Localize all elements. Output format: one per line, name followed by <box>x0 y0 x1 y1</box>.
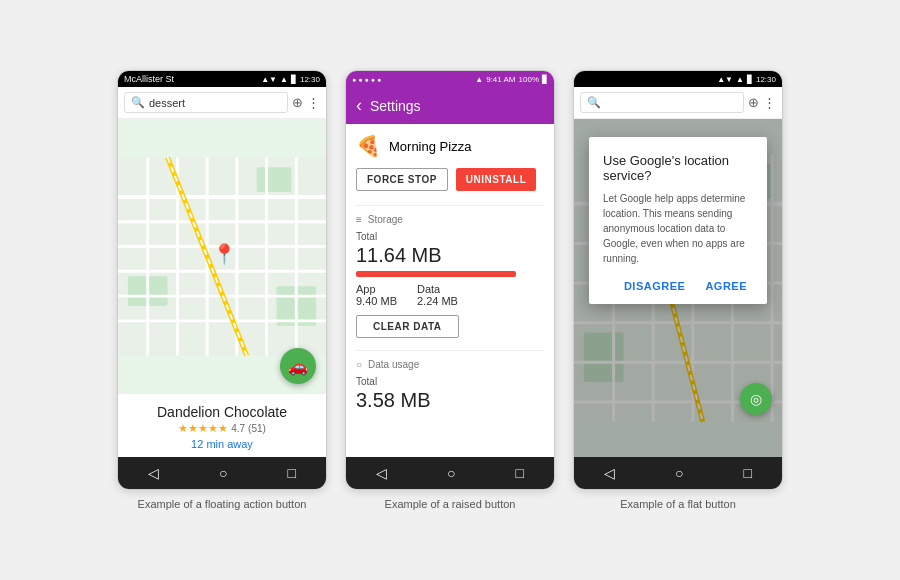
home-nav-btn[interactable]: ○ <box>219 465 227 481</box>
phone3-caption: Example of a flat button <box>620 498 736 510</box>
phone3-map: Use Google's location service? Let Googl… <box>574 119 782 457</box>
storage-header: ≡ Storage <box>356 214 544 225</box>
storage-detail: App 9.40 MB Data 2.24 MB <box>356 283 544 307</box>
phone3-status-icons: ▲▼ ▲ ▊ 12:30 <box>717 75 776 84</box>
dialog-body: Let Google help apps determine location.… <box>603 191 753 266</box>
signal-icon: ▲▼ <box>261 75 277 84</box>
phone2-time: 9:41 AM <box>486 75 515 84</box>
carrier-text: McAllister St <box>124 74 174 84</box>
phone1-search-bar: 🔍 dessert ⊕ ⋮ <box>118 87 326 119</box>
recents-nav-btn-2[interactable]: □ <box>516 465 524 481</box>
svg-text:📍: 📍 <box>212 242 237 266</box>
uninstall-button[interactable]: UNINSTALL <box>456 168 536 191</box>
search-box[interactable]: 🔍 dessert <box>124 92 288 113</box>
clear-data-button[interactable]: CLEAR DATA <box>356 315 459 338</box>
back-nav-btn[interactable]: ◁ <box>148 465 159 481</box>
data-usage-header: ○ Data usage <box>356 359 544 370</box>
phone1: McAllister St ▲▼ ▲ ▊ 12:30 🔍 dessert ⊕ ⋮ <box>117 70 327 490</box>
phone3-more-icon[interactable]: ⋮ <box>763 95 776 110</box>
phone3: ▲▼ ▲ ▊ 12:30 🔍 ⊕ ⋮ <box>573 70 783 490</box>
nav-bar-2: ◁ ○ □ <box>346 457 554 489</box>
total-label: Total <box>356 231 544 242</box>
data-usage-icon: ○ <box>356 359 362 370</box>
settings-body: 🍕 Morning Pizza FORCE STOP UNINSTALL ≡ S… <box>346 124 554 457</box>
phone3-time: 12:30 <box>756 75 776 84</box>
phone3-signal-icon: ▲▼ <box>717 75 733 84</box>
phone2-wifi-icon: ▲ <box>475 75 483 84</box>
location-icon: ⊕ <box>292 95 303 110</box>
place-info: Dandelion Chocolate ★★★★★ 4.7 (51) 12 mi… <box>118 394 326 457</box>
phone3-status-bar: ▲▼ ▲ ▊ 12:30 <box>574 71 782 87</box>
place-name: Dandelion Chocolate <box>128 404 316 420</box>
phone3-fab-button[interactable]: ◎ <box>740 383 772 415</box>
search-icon: 🔍 <box>131 96 145 109</box>
stars-display: ★★★★★ 4.7 (51) <box>128 422 316 435</box>
storage-bar <box>356 271 516 277</box>
app-name: Morning Pizza <box>389 139 471 154</box>
total-storage-value: 11.64 MB <box>356 244 544 267</box>
wifi-icon: ▲ <box>280 75 288 84</box>
dialog-title: Use Google's location service? <box>603 153 753 183</box>
data-storage: Data 2.24 MB <box>417 283 458 307</box>
action-buttons: FORCE STOP UNINSTALL <box>356 168 544 191</box>
settings-title: Settings <box>370 98 421 114</box>
rating-value: 4.7 <box>231 423 245 434</box>
time-display: 12:30 <box>300 75 320 84</box>
app-value: 9.40 MB <box>356 295 397 307</box>
battery-icon: ▊ <box>291 75 297 84</box>
data-label: Data <box>417 283 458 295</box>
home-nav-btn-3[interactable]: ○ <box>675 465 683 481</box>
home-nav-btn-2[interactable]: ○ <box>447 465 455 481</box>
settings-header: ‹ Settings <box>346 87 554 124</box>
data-total-value: 3.58 MB <box>356 389 544 412</box>
main-container: McAllister St ▲▼ ▲ ▊ 12:30 🔍 dessert ⊕ ⋮ <box>97 50 803 530</box>
fab-button[interactable]: 🚗 <box>280 348 316 384</box>
back-arrow[interactable]: ‹ <box>356 95 362 116</box>
phone3-wifi-icon: ▲ <box>736 75 744 84</box>
back-nav-btn-2[interactable]: ◁ <box>376 465 387 481</box>
phone3-search-box[interactable]: 🔍 <box>580 92 744 113</box>
time-away: 12 min away <box>128 438 316 450</box>
divider-1 <box>356 205 544 206</box>
phone3-location-icon: ⊕ <box>748 95 759 110</box>
recents-nav-btn[interactable]: □ <box>288 465 296 481</box>
phone2-status-bar: ●●●●● ▲ 9:41 AM 100% ▊ <box>346 71 554 87</box>
storage-icon: ≡ <box>356 214 362 225</box>
agree-button[interactable]: AGREE <box>699 276 753 296</box>
phone2-battery: 100% <box>519 75 539 84</box>
map-area: 📍 🚗 <box>118 119 326 394</box>
phone2-battery-icon: ▊ <box>542 75 548 84</box>
search-value: dessert <box>149 97 185 109</box>
phone1-caption: Example of a floating action button <box>138 498 307 510</box>
data-usage-label: Data usage <box>368 359 419 370</box>
back-nav-btn-3[interactable]: ◁ <box>604 465 615 481</box>
phone2: ●●●●● ▲ 9:41 AM 100% ▊ ‹ Settings 🍕 Morn… <box>345 70 555 490</box>
phone3-search-icon: 🔍 <box>587 96 601 109</box>
svg-rect-2 <box>257 167 292 192</box>
nav-bar-3: ◁ ○ □ <box>574 457 782 489</box>
recents-nav-btn-3[interactable]: □ <box>744 465 752 481</box>
storage-label: Storage <box>368 214 403 225</box>
force-stop-button[interactable]: FORCE STOP <box>356 168 448 191</box>
app-icon: 🍕 <box>356 134 381 158</box>
star-icons: ★★★★★ <box>178 422 228 434</box>
disagree-button[interactable]: DISAGREE <box>618 276 691 296</box>
nav-bar-1: ◁ ○ □ <box>118 457 326 489</box>
status-icons: ▲▼ ▲ ▊ 12:30 <box>261 75 320 84</box>
dialog-buttons: DISAGREE AGREE <box>603 276 753 296</box>
location-dialog: Use Google's location service? Let Googl… <box>589 137 767 304</box>
data-total-label: Total <box>356 376 544 387</box>
data-value: 2.24 MB <box>417 295 458 307</box>
storage-section: ≡ Storage Total 11.64 MB App 9.40 MB Dat… <box>356 214 544 338</box>
phone3-battery-icon: ▊ <box>747 75 753 84</box>
phone2-caption: Example of a raised button <box>385 498 516 510</box>
app-storage: App 9.40 MB <box>356 283 397 307</box>
app-label: App <box>356 283 397 295</box>
more-icon[interactable]: ⋮ <box>307 95 320 110</box>
phone2-dots: ●●●●● <box>352 76 383 83</box>
phone3-search-bar: 🔍 ⊕ ⋮ <box>574 87 782 119</box>
phone1-status-bar: McAllister St ▲▼ ▲ ▊ 12:30 <box>118 71 326 87</box>
phone2-status-icons: ▲ 9:41 AM 100% ▊ <box>475 75 548 84</box>
phone3-wrapper: ▲▼ ▲ ▊ 12:30 🔍 ⊕ ⋮ <box>573 70 783 510</box>
data-usage-section: ○ Data usage Total 3.58 MB <box>356 359 544 412</box>
